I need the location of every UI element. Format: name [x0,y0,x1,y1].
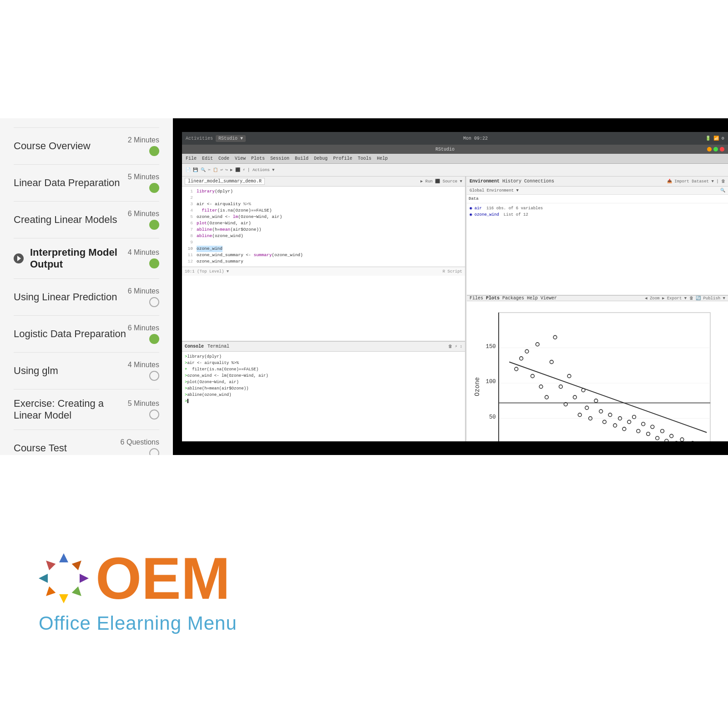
main-container: Course Overview 2 Minutes Linear Data Pr… [0,0,728,728]
svg-text:150: 150 [485,343,495,349]
arrow-wheel-icon [36,551,91,606]
rstudio-area: Activities RStudio ▼ Mon 09:22 🔋 📶 ⚙ RSt… [173,118,728,455]
plot-panel: Files Plots Packages Help Viewer ◀ Zoom … [467,296,728,441]
sidebar-item-linear-data-prep[interactable]: Linear Data Preparation 5 Minutes [14,165,159,202]
rstudio-app-label: RStudio ▼ [216,135,246,142]
console-cmd-3: filter(is.na(Ozone)==FALSE) [187,366,258,373]
status-dot-green [149,183,159,193]
plots-tab[interactable]: Plots [486,296,500,301]
left-panels: linear_model_summary_demo.R ▶ Run ⬛ Sour… [182,177,466,441]
sidebar-item-left: Creating Linear Models [14,214,117,226]
rstudio-icons: 🔋 📶 ⚙ [705,136,724,141]
logo-top: OEM [36,549,230,608]
menu-build[interactable]: Build [295,156,308,161]
maximize-btn[interactable] [713,147,718,152]
menu-edit[interactable]: Edit [202,156,213,161]
bottom-area: OEM Office Elearning Menu [0,455,728,728]
menu-tools[interactable]: Tools [358,156,371,161]
editor-tab-label[interactable]: linear_model_summary_demo.R [185,178,265,185]
close-btn[interactable] [720,147,724,152]
plot-panel-header: Files Plots Packages Help Viewer ◀ Zoom … [467,296,728,301]
files-tab[interactable]: Files [470,296,483,301]
sidebar-item-interpreting-model-output[interactable]: Interpreting Model Output 4 Minutes [14,238,159,279]
window-title: RStudio [186,147,704,152]
menu-session[interactable]: Session [270,156,289,161]
sidebar-item-course-overview[interactable]: Course Overview 2 Minutes [14,127,159,165]
env-var-name-air[interactable]: ◉ air [470,205,482,212]
help-tab[interactable]: Help [527,296,538,301]
sidebar-item-right: 4 Minutes [128,248,159,268]
env-search[interactable]: 🔍 [720,188,725,193]
sidebar-item-using-linear-prediction[interactable]: Using Linear Prediction 6 Minutes [14,279,159,316]
sidebar-item-right: 4 Minutes [128,361,159,381]
duration-label: 6 Minutes [128,324,159,332]
oem-brand-text: OEM [96,549,230,608]
top-area [0,0,728,118]
svg-marker-62 [39,574,48,583]
sidebar-item-label: Exercise: Creating a Linear Model [14,398,128,421]
env-tab[interactable]: Environment [470,179,500,184]
rstudio-window: Activities RStudio ▼ Mon 09:22 🔋 📶 ⚙ RSt… [182,132,728,441]
sidebar-item-right: 6 Minutes [128,287,159,307]
viewer-tab[interactable]: Viewer [541,296,557,301]
menu-profile[interactable]: Profile [333,156,352,161]
content-area: Course Overview 2 Minutes Linear Data Pr… [0,118,728,455]
sidebar-item-left: Exercise: Creating a Linear Model [14,398,128,421]
menu-help[interactable]: Help [377,156,388,161]
menu-plots[interactable]: Plots [251,156,265,161]
duration-label: 6 Minutes [128,210,159,218]
code-editor[interactable]: 1library(dplyr) 2 3air <- airquality %>%… [182,187,465,267]
menu-code[interactable]: Code [218,156,229,161]
editor-statusbar: 10:1 (Top Level) ▼ R Script [182,267,465,276]
status-dot-green [149,258,159,268]
connections-tab[interactable]: Connections [524,179,554,184]
rstudio-menubar: File Edit Code View Plots Session Build … [182,154,728,164]
menu-file[interactable]: File [186,156,197,161]
editor-panel-header: linear_model_summary_demo.R ▶ Run ⬛ Sour… [182,177,465,187]
console-cmd-5: plot(Ozone~Wind, air) [187,379,238,385]
sidebar-item-label: Linear Data Preparation [14,177,120,189]
sidebar-item-right: 5 Minutes [128,173,159,193]
env-var-name-ozone[interactable]: ◉ ozone_wind [470,212,499,218]
sidebar-item-using-glm[interactable]: Using glm 4 Minutes [14,353,159,389]
sidebar-item-creating-linear-models[interactable]: Creating Linear Models 6 Minutes [14,202,159,238]
packages-tab[interactable]: Packages [502,296,524,301]
svg-marker-59 [72,586,85,599]
env-var-value-ozone: List of 12 [504,212,528,218]
sidebar-item-left: Using glm [14,365,58,377]
editor-panel: linear_model_summary_demo.R ▶ Run ⬛ Sour… [182,177,466,341]
sidebar-item-right: 6 Minutes [128,324,159,344]
console-tab[interactable]: Console [185,344,204,349]
sidebar-item-logistic-data-prep[interactable]: Logistic Data Preparation 6 Minutes [14,316,159,353]
console-cmd-7: abline(ozone_wind) [187,392,231,398]
status-dot-green [149,334,159,344]
status-dot-circle [149,410,159,420]
menu-debug[interactable]: Debug [314,156,328,161]
env-panel: Environment History Connections 📥 Import… [467,177,728,296]
console-cmd-1: library(dplyr) [187,354,222,360]
sidebar-item-right: 5 Minutes [128,399,159,420]
rstudio-sim: Activities RStudio ▼ Mon 09:22 🔋 📶 ⚙ RSt… [182,132,728,441]
env-row-air: ◉ air 116 obs. of 6 variables [470,205,725,212]
rstudio-activities: Activities [186,136,213,141]
duration-label: 4 Minutes [128,248,159,257]
sidebar-item-left: Interpreting Model Output [14,247,128,270]
minimize-btn[interactable] [707,147,712,152]
sidebar-item-left: Using Linear Prediction [14,291,117,303]
terminal-tab[interactable]: Terminal [207,344,229,349]
active-icon [14,253,24,263]
duration-label: 4 Minutes [128,361,159,369]
sidebar: Course Overview 2 Minutes Linear Data Pr… [0,118,173,455]
global-env-label: Global Environment ▼ [470,188,519,193]
sidebar-item-label: Creating Linear Models [14,214,117,226]
console-output: > library(dplyr) > air <- airquality %>%… [182,352,465,406]
window-titlebar: RStudio [182,145,728,154]
history-tab[interactable]: History [502,179,521,184]
menu-view[interactable]: View [235,156,246,161]
rstudio-toolbar: 📄 💾 🔍 ✂ 📋 ↩ ↪ ▶ ⬛ ⚡ | Actions ▼ [182,164,728,177]
env-panel-header: Environment History Connections 📥 Import… [467,177,728,187]
duration-label: 6 Minutes [128,287,159,295]
sidebar-item-right: 6 Minutes [128,210,159,230]
sidebar-item-exercise[interactable]: Exercise: Creating a Linear Model 5 Minu… [14,389,159,430]
console-cmd-2: air <- airquality %>% [187,360,238,366]
